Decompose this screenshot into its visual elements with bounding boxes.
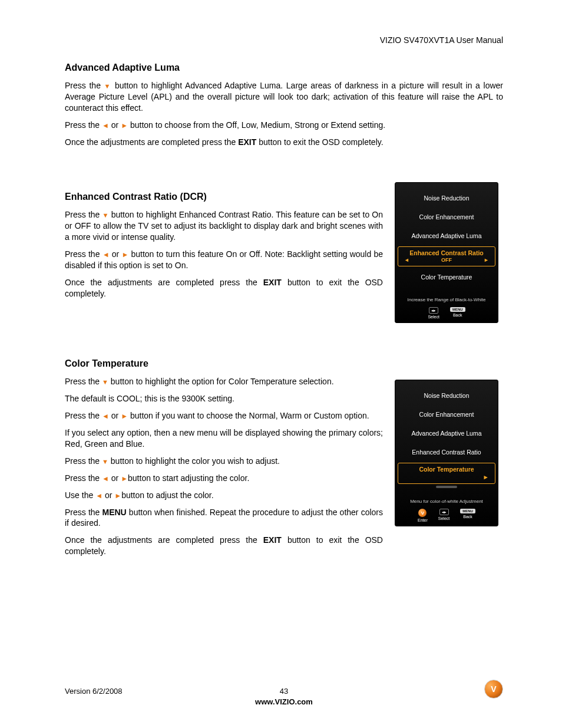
paragraph: If you select any option, then a new men… [65, 427, 383, 450]
osd-hint: Increase the Range of Black-to-White [395, 297, 498, 302]
menu-key-icon: MENU [460, 509, 475, 513]
page-number: 43 [280, 687, 288, 696]
heading-color-temp: Color Temperature [65, 358, 383, 369]
expand-handle-icon [436, 486, 457, 488]
osd-item: Color Temperature [395, 268, 498, 286]
footer-url: www.VIZIO.com [255, 697, 313, 706]
arrow-left-icon: ◄ [95, 492, 103, 500]
osd-panel-dcr: Noise Reduction Color Enhancement Advanc… [395, 182, 498, 323]
paragraph: Once the adjustments are completed press… [65, 137, 503, 148]
heading-dcr: Enhanced Contrast Ratio (DCR) [65, 192, 383, 202]
arrow-right-icon: ► [483, 473, 489, 480]
enter-button-icon: V [418, 509, 427, 517]
osd-item: Color Enhancement [395, 405, 498, 424]
menu-key-icon: MENU [450, 307, 465, 312]
paragraph: Press the ◄ or ► button to choose from t… [65, 120, 503, 131]
arrow-right-icon: ► [484, 257, 489, 263]
arrow-right-icon: ► [114, 492, 121, 500]
arrow-down-icon: ▼ [104, 83, 112, 90]
arrow-down-icon: ▼ [102, 378, 108, 386]
arrow-right-icon: ► [121, 475, 128, 483]
osd-panel-color-temp: Noise Reduction Color Enhancement Advanc… [395, 380, 498, 526]
arrow-down-icon: ▼ [102, 458, 108, 465]
osd-footer: V Enter ◂▸ Select MENU Back [395, 509, 498, 522]
arrow-left-icon: ◄ [103, 251, 110, 259]
osd-highlighted-item: Enhanced Contrast Ratio ◄ OFF ► [398, 246, 495, 266]
manual-header: VIZIO SV470XVT1A User Manual [65, 35, 503, 45]
paragraph: Press the ▼ button to highlight the opti… [65, 376, 383, 387]
paragraph: Press the ◄ or ► button to turn this fea… [65, 249, 383, 271]
arrow-down-icon: ▼ [102, 212, 108, 219]
osd-hint: Menu for color-of-white Adjustment [395, 499, 498, 504]
dpad-icon: ◂▸ [439, 509, 449, 515]
osd-item: Color Enhancement [395, 207, 498, 226]
arrow-right-icon: ► [121, 121, 128, 130]
heading-adaptive-luma: Advanced Adaptive Luma [65, 62, 503, 73]
osd-item: Noise Reduction [395, 189, 498, 207]
arrow-left-icon: ◄ [404, 257, 409, 263]
paragraph: Use the ◄ or ►button to adjust the color… [65, 490, 383, 501]
osd-item: Advanced Adaptive Luma [395, 424, 498, 443]
paragraph: Press the MENU button when finished. Rep… [65, 507, 383, 529]
osd-item: Advanced Adaptive Luma [395, 226, 498, 245]
paragraph: Press the ▼ button to highlight Advanced… [65, 80, 503, 114]
osd-item: Enhanced Contrast Ratio [395, 443, 498, 462]
paragraph: Press the ▼ button to highlight the colo… [65, 456, 383, 467]
arrow-right-icon: ► [121, 412, 128, 420]
dpad-icon: ◂▸ [429, 307, 438, 314]
osd-highlighted-item: Color Temperature ► [398, 463, 495, 484]
paragraph: Press the ▼ button to highlight Enhanced… [65, 209, 383, 243]
osd-footer: ◂▸ Select MENU Back [395, 307, 498, 319]
arrow-left-icon: ◄ [102, 412, 109, 420]
paragraph: Press the ◄ or ►button to start adjustin… [65, 473, 383, 484]
vizio-logo-icon: V [484, 680, 503, 699]
paragraph: Press the ◄ or ► button if you want to c… [65, 410, 383, 421]
paragraph: Once the adjustments are completed press… [65, 277, 383, 299]
paragraph: Once the adjustments are completed press… [65, 535, 383, 557]
arrow-left-icon: ◄ [102, 475, 109, 483]
paragraph: The default is COOL; this is the 9300K s… [65, 393, 383, 404]
osd-item: Noise Reduction [395, 386, 498, 405]
arrow-right-icon: ► [121, 251, 128, 259]
arrow-left-icon: ◄ [102, 121, 109, 130]
